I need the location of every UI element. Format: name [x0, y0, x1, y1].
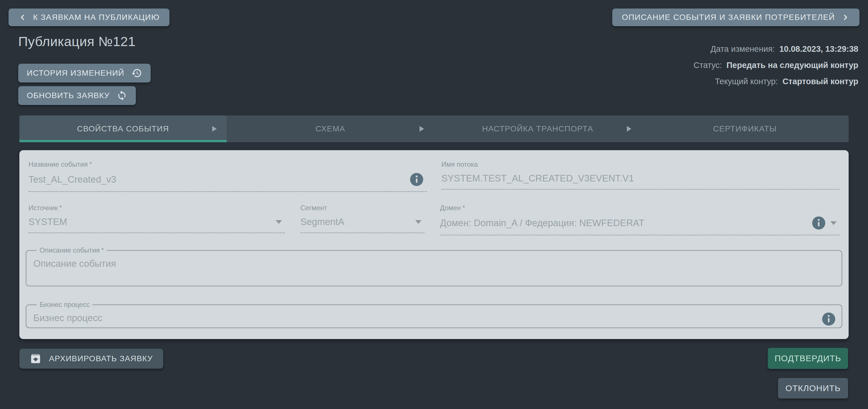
source-value: SYSTEM: [29, 216, 273, 227]
source-select[interactable]: SYSTEM: [29, 212, 285, 233]
tab-certificates[interactable]: СЕРТИФИКАТЫ: [641, 115, 849, 142]
segment-field: Сегмент SegmentA: [301, 204, 424, 236]
event-description-label: Описание события*: [37, 246, 107, 254]
chevron-left-icon: [18, 13, 27, 22]
event-name-field: Название события* Test_AL_Created_v3: [29, 161, 427, 192]
business-process-field: Бизнес процесс: [26, 301, 842, 328]
meta-block: Дата изменения: 10.08.2023, 13:29:38 Ста…: [693, 41, 858, 90]
segment-label: Сегмент: [301, 204, 424, 212]
archive-button-label: АРХИВИРОВАТЬ ЗАЯВКУ: [49, 354, 153, 363]
segment-value: SegmentA: [301, 216, 413, 227]
tab-step-arrow-icon: [209, 124, 219, 134]
refresh-request-button[interactable]: ОБНОВИТЬ ЗАЯВКУ: [18, 86, 136, 105]
domain-select[interactable]: Домен: Domain_A / Федерация: NEWFEDERAT: [440, 212, 839, 236]
reject-button[interactable]: ОТКЛОНИТЬ: [778, 378, 848, 399]
confirm-button[interactable]: ПОДТВЕРДИТЬ: [768, 348, 848, 369]
forward-button-label: ОПИСАНИЕ СОБЫТИЯ И ЗАЯВКИ ПОТРЕБИТЕЛЕЙ: [622, 13, 835, 22]
tab-schema-label: СХЕМА: [315, 124, 345, 133]
current-contour-label: Текущий контур:: [715, 73, 778, 90]
refresh-icon: [117, 90, 127, 101]
info-icon[interactable]: [822, 313, 835, 326]
tab-step-arrow-icon: [624, 124, 633, 134]
status-label: Статус:: [693, 57, 722, 73]
required-asterisk: *: [101, 246, 104, 253]
stream-name-value: SYSTEM.TEST_AL_CREATED_V3EVENT.V1: [441, 173, 839, 184]
source-field: Источник* SYSTEM: [29, 204, 285, 236]
archive-icon: [30, 353, 41, 365]
required-asterisk: *: [463, 204, 465, 211]
required-asterisk: *: [89, 161, 92, 168]
tab-transport-settings[interactable]: НАСТРОЙКА ТРАНСПОРТА: [434, 115, 641, 142]
chevron-right-icon: [841, 13, 850, 22]
back-to-publications-button[interactable]: К ЗАЯВКАМ НА ПУБЛИКАЦИЮ: [8, 8, 169, 26]
tab-event-properties-label: СВОЙСТВА СОБЫТИЯ: [77, 124, 169, 133]
event-name-label: Название события*: [29, 161, 427, 168]
date-modified-value: 10.08.2023, 13:29:38: [779, 41, 858, 57]
business-process-textarea[interactable]: [33, 309, 835, 325]
dropdown-arrow-icon[interactable]: [830, 221, 837, 225]
stream-name-field: Имя потока SYSTEM.TEST_AL_CREATED_V3EVEN…: [441, 161, 839, 192]
history-button-label: ИСТОРИЯ ИЗМЕНЕНИЙ: [27, 69, 124, 78]
dropdown-arrow-icon[interactable]: [415, 220, 422, 224]
tab-transport-settings-label: НАСТРОЙКА ТРАНСПОРТА: [482, 124, 593, 133]
dropdown-arrow-icon[interactable]: [276, 220, 282, 224]
change-history-button[interactable]: ИСТОРИЯ ИЗМЕНЕНИЙ: [18, 64, 151, 82]
page-title: Публикация №121: [18, 34, 135, 49]
event-description-textarea[interactable]: [33, 254, 835, 283]
archive-request-button[interactable]: АРХИВИРОВАТЬ ЗАЯВКУ: [19, 349, 163, 369]
refresh-button-label: ОБНОВИТЬ ЗАЯВКУ: [27, 91, 110, 100]
stream-name-label: Имя потока: [441, 161, 839, 168]
source-label: Источник*: [29, 204, 285, 212]
meta-row-date: Дата изменения: 10.08.2023, 13:29:38: [693, 41, 858, 57]
domain-value: Домен: Domain_A / Федерация: NEWFEDERAT: [440, 217, 809, 228]
segment-select[interactable]: SegmentA: [301, 212, 424, 233]
info-icon[interactable]: [812, 216, 825, 230]
tab-step-arrow-icon: [416, 124, 426, 134]
tab-schema[interactable]: СХЕМА: [227, 115, 434, 142]
event-name-value: Test_AL_Created_v3: [29, 174, 407, 185]
event-description-field: Описание события*: [26, 246, 842, 286]
domain-field: Домен* Домен: Domain_A / Федерация: NEWF…: [440, 204, 839, 236]
tab-event-properties[interactable]: СВОЙСТВА СОБЫТИЯ: [19, 115, 227, 142]
meta-row-contour: Текущий контур: Стартовый контур: [693, 73, 858, 90]
wizard-tabbar: СВОЙСТВА СОБЫТИЯ СХЕМА НАСТРОЙКА ТРАНСПО…: [19, 115, 849, 142]
info-icon[interactable]: [410, 173, 423, 186]
back-button-label: К ЗАЯВКАМ НА ПУБЛИКАЦИЮ: [33, 13, 160, 22]
business-process-label: Бизнес процесс: [37, 301, 93, 309]
date-modified-label: Дата изменения:: [711, 41, 775, 57]
event-name-input: Test_AL_Created_v3: [29, 168, 427, 192]
event-description-consumers-button[interactable]: ОПИСАНИЕ СОБЫТИЯ И ЗАЯВКИ ПОТРЕБИТЕЛЕЙ: [612, 8, 860, 26]
meta-row-status: Статус: Передать на следующий контур: [693, 57, 858, 73]
domain-label: Домен*: [440, 204, 839, 212]
history-icon: [131, 68, 142, 78]
tab-certificates-label: СЕРТИФИКАТЫ: [713, 124, 777, 133]
event-properties-panel: Название события* Test_AL_Created_v3 Имя…: [19, 150, 849, 339]
stream-name-input: SYSTEM.TEST_AL_CREATED_V3EVENT.V1: [441, 168, 839, 190]
status-value: Передать на следующий контур: [726, 57, 858, 73]
current-contour-value: Стартовый контур: [782, 73, 858, 90]
required-asterisk: *: [59, 204, 62, 211]
